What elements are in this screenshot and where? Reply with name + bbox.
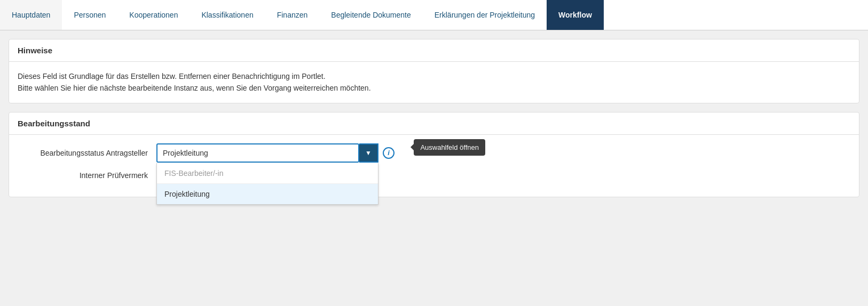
navigation-tabs: HauptdatenPersonenKooperationenKlassifik… <box>0 0 868 30</box>
tooltip: Auswahlfeld öffnen <box>414 139 485 156</box>
bearbeitungsstand-card: Bearbeitungsstand Bearbeitungsstatus Ant… <box>9 112 859 197</box>
nav-tab-finanzen[interactable]: Finanzen <box>265 0 320 30</box>
nav-tab-personen[interactable]: Personen <box>62 0 117 30</box>
bearbeitungsstand-title: Bearbeitungsstand <box>9 112 859 135</box>
tab-erklaerungen[interactable]: Erklärungen der Projektleitung <box>423 0 547 30</box>
tab-workflow[interactable]: Workflow <box>547 0 604 30</box>
hinweise-text: Dieses Feld ist Grundlage für das Erstel… <box>18 70 850 94</box>
nav-tab-begleitende-dokumente[interactable]: Begleitende Dokumente <box>319 0 422 30</box>
dropdown-list: FIS-Bearbeiter/-inProjektleitung <box>156 163 378 205</box>
bearbeitungsstatus-label: Bearbeitungsstatus Antragsteller <box>18 149 156 157</box>
hinweise-card: Hinweise Dieses Feld ist Grundlage für d… <box>9 39 859 103</box>
tab-hauptdaten[interactable]: Hauptdaten <box>0 0 62 30</box>
tab-klassifikationen[interactable]: Klassifikationen <box>190 0 265 30</box>
info-icon[interactable]: i <box>383 147 394 159</box>
hinweise-title: Hinweise <box>9 39 859 62</box>
nav-tab-erklaerungen[interactable]: Erklärungen der Projektleitung <box>423 0 547 30</box>
dropdown-option-fis-bearbeiter[interactable]: FIS-Bearbeiter/-in <box>157 163 378 184</box>
dropdown-option-projektleitung[interactable]: Projektleitung <box>157 184 378 204</box>
tab-begleitende-dokumente[interactable]: Begleitende Dokumente <box>319 0 422 30</box>
interner-pruefvermerk-row: Interner Prüfvermerk <box>18 171 850 180</box>
nav-tab-klassifikationen[interactable]: Klassifikationen <box>190 0 265 30</box>
tab-finanzen[interactable]: Finanzen <box>265 0 320 30</box>
nav-tab-kooperationen[interactable]: Kooperationen <box>117 0 190 30</box>
tab-kooperationen[interactable]: Kooperationen <box>117 0 190 30</box>
bearbeitungsstatus-field-wrapper: ▼ i Auswahlfeld öffnen FIS-Bearbeiter/-i… <box>156 143 394 163</box>
bearbeitungsstatus-input[interactable] <box>156 143 359 163</box>
nav-tab-hauptdaten[interactable]: Hauptdaten <box>0 0 62 30</box>
tab-personen[interactable]: Personen <box>62 0 117 30</box>
interner-pruefvermerk-label: Interner Prüfvermerk <box>18 171 156 180</box>
dropdown-toggle-button[interactable]: ▼ <box>359 143 378 163</box>
nav-tab-workflow[interactable]: Workflow <box>547 0 604 30</box>
chevron-down-icon: ▼ <box>365 149 372 157</box>
bearbeitungsstatus-row: Bearbeitungsstatus Antragsteller ▼ i Aus… <box>18 143 850 163</box>
